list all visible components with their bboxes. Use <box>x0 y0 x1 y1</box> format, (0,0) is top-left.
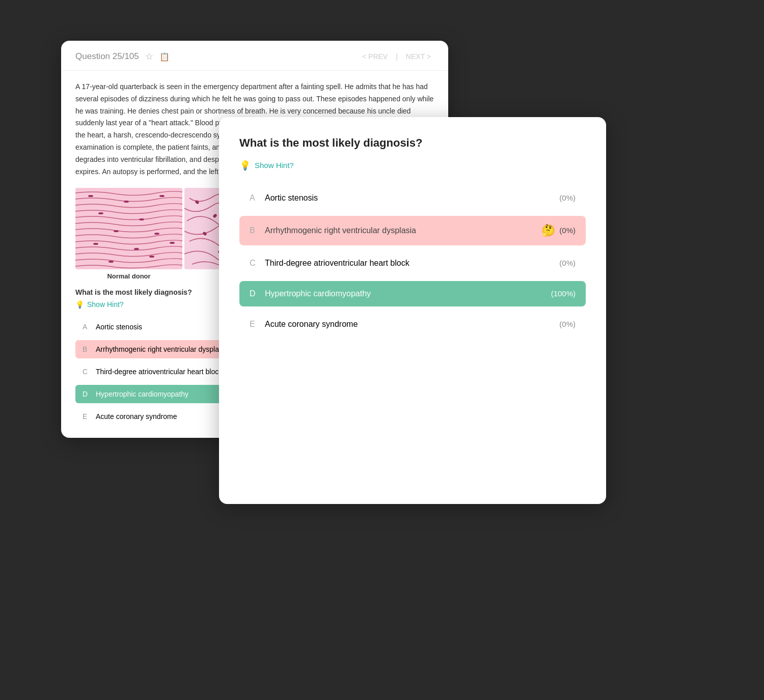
notes-icon[interactable]: 📋 <box>159 52 170 62</box>
card-back-header: Question 25/105 ☆ 📋 < PREV | NEXT > <box>61 41 448 71</box>
next-button[interactable]: NEXT > <box>406 52 431 61</box>
answer-front-a[interactable]: A Aortic stenosis (0%) <box>239 185 586 211</box>
image-normal-label: Normal donor <box>107 272 150 280</box>
star-icon[interactable]: ☆ <box>145 51 153 62</box>
letter-d-back: D <box>83 390 90 398</box>
answers-front: A Aortic stenosis (0%) B Arrhythmogenic … <box>239 185 586 337</box>
answer-text-a-front: Aortic stenosis <box>265 193 318 203</box>
svg-point-8 <box>93 243 98 245</box>
svg-point-5 <box>139 218 144 220</box>
answer-left-d: D Hypertrophic cardiomyopathy <box>250 289 371 298</box>
answer-text-c-back: Third-degree atrioventricular heart bloc… <box>96 368 225 376</box>
image-normal-block: Normal donor <box>75 188 182 280</box>
letter-a-front: A <box>250 193 257 203</box>
pct-d-front: (100%) <box>551 289 576 298</box>
letter-c-back: C <box>83 368 90 376</box>
answer-text-b-front: Arrhythmogenic right ventricular dysplas… <box>265 226 416 235</box>
svg-point-1 <box>88 195 93 197</box>
svg-point-12 <box>149 256 154 258</box>
hint-bulb-icon-front: 💡 <box>239 160 251 171</box>
wrong-inner-b: 🤔 (0%) <box>541 224 576 237</box>
answer-left-a: A Aortic stenosis <box>250 193 318 203</box>
question-main: What is the most likely diagnosis? <box>239 135 586 151</box>
letter-a-back: A <box>83 323 90 331</box>
svg-point-2 <box>124 201 129 203</box>
svg-point-3 <box>159 195 165 197</box>
question-card-front: What is the most likely diagnosis? 💡 Sho… <box>219 117 606 504</box>
nav-separator: | <box>396 52 398 61</box>
letter-e-front: E <box>250 320 257 329</box>
svg-point-6 <box>114 230 119 232</box>
answer-left-e: E Acute coronary syndrome <box>250 320 358 329</box>
hint-text-front: Show Hint? <box>255 161 294 170</box>
answer-text-d-front: Hypertrophic cardiomyopathy <box>265 289 371 298</box>
image-normal <box>75 188 182 269</box>
svg-point-9 <box>134 248 139 250</box>
pct-a-front: (0%) <box>559 193 576 202</box>
question-title-back: Question 25/105 ☆ 📋 <box>75 51 170 62</box>
thinking-emoji: 🤔 <box>541 224 555 237</box>
hint-text-back: Show Hint? <box>87 300 124 309</box>
answer-left-b: B Arrhythmogenic right ventricular dyspl… <box>250 226 416 235</box>
answer-text-c-front: Third-degree atrioventricular heart bloc… <box>265 259 410 268</box>
hint-bulb-icon-back: 💡 <box>75 300 84 309</box>
card-front-body: What is the most likely diagnosis? 💡 Sho… <box>219 117 606 355</box>
answer-front-e[interactable]: E Acute coronary syndrome (0%) <box>239 312 586 337</box>
answer-left-c: C Third-degree atrioventricular heart bl… <box>250 259 410 268</box>
answer-text-d-back: Hypertrophic cardiomyopathy <box>96 390 188 398</box>
letter-b-back: B <box>83 345 90 353</box>
svg-point-10 <box>170 242 175 244</box>
svg-point-7 <box>154 233 159 235</box>
pct-c-front: (0%) <box>559 259 576 267</box>
letter-b-front: B <box>250 226 257 235</box>
svg-point-11 <box>108 261 114 263</box>
answer-text-b-back: Arrhythmogenic right ventricular dyspla.… <box>96 345 225 353</box>
prev-button[interactable]: < PREV <box>362 52 388 61</box>
answer-front-b[interactable]: B Arrhythmogenic right ventricular dyspl… <box>239 216 586 245</box>
answer-front-d[interactable]: D Hypertrophic cardiomyopathy (100%) <box>239 281 586 306</box>
pct-e-front: (0%) <box>559 320 576 328</box>
navigation-back: < PREV | NEXT > <box>359 52 434 61</box>
answer-text-e-back: Acute coronary syndrome <box>96 412 177 421</box>
answer-text-a-back: Aortic stenosis <box>96 323 142 331</box>
answer-front-c[interactable]: C Third-degree atrioventricular heart bl… <box>239 250 586 276</box>
letter-c-front: C <box>250 259 257 268</box>
letter-d-front: D <box>250 289 257 298</box>
svg-point-4 <box>98 212 103 214</box>
show-hint-front[interactable]: 💡 Show Hint? <box>239 160 586 171</box>
answer-text-e-front: Acute coronary syndrome <box>265 320 358 329</box>
pct-b-front: (0%) <box>559 226 576 235</box>
question-number: Question 25/105 <box>75 51 139 62</box>
letter-e-back: E <box>83 412 90 421</box>
